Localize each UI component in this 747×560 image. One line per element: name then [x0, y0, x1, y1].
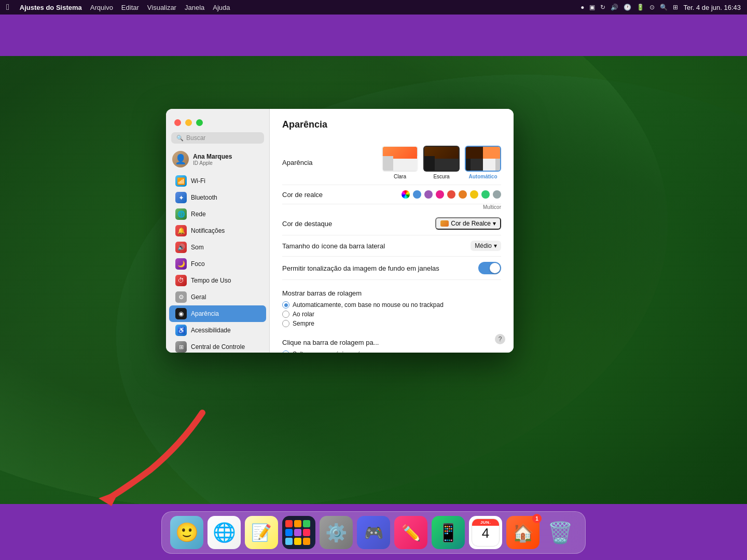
user-info: Ana Marques ID Apple — [193, 153, 232, 166]
sidebar-item-accessibility[interactable]: ♿ Acessibilidade — [169, 322, 266, 339]
main-content: Aparência Aparência Clara — [270, 109, 514, 353]
dock-calendar[interactable]: JUN. 4 — [469, 516, 502, 549]
scrollbars-always-radio[interactable] — [282, 320, 289, 327]
dock-whatsapp[interactable]: 📱 — [432, 516, 465, 549]
scroll-click-section: Clique na barra de rolagem pa... Saltar … — [282, 329, 501, 353]
appearance-label: Aparência — [282, 159, 313, 166]
dock-home[interactable]: 🏠 1 — [506, 516, 540, 549]
color-purple[interactable] — [424, 190, 433, 199]
sidebar-item-wifi[interactable]: 📶 Wi-Fi — [169, 173, 266, 189]
dock: 🙂 🌐 📝 ⚙️ 🎮 ✏️ — [161, 511, 586, 554]
sidebar: 🔍 Buscar 👤 Ana Marques ID Apple 📶 Wi-Fi … — [166, 109, 270, 353]
appearance-automatico[interactable]: Automático — [465, 146, 501, 179]
battery-menubar-icon: 🔋 — [637, 4, 644, 11]
color-red[interactable] — [447, 190, 455, 199]
accent-color-label: Cor de realce — [282, 191, 323, 199]
dock-notes[interactable]: 📝 — [245, 516, 278, 549]
control-icon: ⊞ — [175, 341, 187, 353]
highlight-color-swatch — [440, 220, 449, 227]
apple-logo-icon[interactable]:  — [6, 3, 9, 12]
sidebar-item-appearance[interactable]: ◉ Aparência — [169, 305, 266, 322]
sidebar-item-sound[interactable]: 🔊 Som — [169, 239, 266, 256]
sidebar-item-network[interactable]: 🌐 Rede — [169, 206, 266, 222]
volume-menubar-icon[interactable]: 🔊 — [611, 4, 618, 11]
clara-thumbnail — [382, 146, 418, 172]
color-blue[interactable] — [413, 190, 421, 199]
network-icon: 🌐 — [175, 208, 187, 220]
scrollbars-scroll[interactable]: Ao rolar — [282, 311, 501, 318]
accent-color-value — [402, 190, 501, 199]
color-green[interactable] — [481, 190, 490, 199]
menubar-menu-arquivo[interactable]: Arquivo — [90, 4, 113, 11]
highlight-color-button[interactable]: Cor de Realce ▾ — [435, 217, 501, 230]
calendar-widget: JUN. 4 — [472, 519, 500, 547]
control-menubar-icon[interactable]: ⊞ — [673, 4, 678, 11]
appearance-clara[interactable]: Clara — [382, 146, 418, 179]
content-title: Aparência — [282, 119, 501, 130]
svg-rect-1 — [285, 520, 293, 527]
icon-size-text: Médio — [475, 242, 492, 249]
dock-craft[interactable]: ✏️ — [394, 516, 427, 549]
menubar-app-title[interactable]: Ajustes do Sistema — [20, 4, 82, 11]
sidebar-label-notifications: Notificações — [191, 227, 225, 234]
svg-rect-6 — [303, 529, 310, 536]
trash-icon: 🗑️ — [547, 521, 573, 545]
multicolor-sublabel: Multicor — [282, 204, 501, 212]
color-yellow[interactable] — [470, 190, 478, 199]
dock-finder[interactable]: 🙂 — [170, 516, 203, 549]
system-preferences-window: 🔍 Buscar 👤 Ana Marques ID Apple 📶 Wi-Fi … — [166, 109, 514, 353]
scroll-click-label: Clique na barra de rolagem pa... — [282, 333, 501, 348]
whatsapp-icon: 📱 — [437, 522, 459, 543]
scroll-click-next[interactable]: Saltar para a próxima pá... — [282, 351, 501, 353]
dock-launchpad[interactable] — [282, 516, 315, 549]
scrollbars-auto[interactable]: Automaticamente, com base no mouse ou no… — [282, 301, 501, 309]
icon-size-label: Tamanho do ícone da barra lateral — [282, 242, 385, 250]
scrollbars-scroll-radio[interactable] — [282, 311, 289, 318]
menubar-menu-ajuda[interactable]: Ajuda — [213, 4, 230, 11]
sidebar-item-control[interactable]: ⊞ Central de Controle — [169, 339, 266, 353]
svg-rect-2 — [294, 520, 301, 527]
notes-icon: 📝 — [251, 523, 272, 542]
sidebar-user-profile[interactable]: 👤 Ana Marques ID Apple — [166, 148, 269, 171]
scrollbars-auto-label: Automaticamente, com base no mouse ou no… — [293, 301, 444, 309]
sidebar-label-network: Rede — [191, 211, 206, 218]
menubar-menu-visualizar[interactable]: Visualizar — [147, 4, 176, 11]
menubar-menu-editar[interactable]: Editar — [121, 4, 139, 11]
sidebar-label-sound: Som — [191, 244, 204, 251]
scrollbars-auto-radio[interactable] — [282, 301, 289, 309]
scroll-click-next-radio[interactable] — [282, 351, 289, 353]
color-pink[interactable] — [436, 190, 444, 199]
scrollbars-always-label: Sempre — [293, 320, 314, 327]
wallpaper-tinting-toggle[interactable] — [478, 262, 501, 274]
icon-size-button[interactable]: Médio ▾ — [471, 241, 501, 251]
search-menubar-icon[interactable]: 🔍 — [660, 4, 668, 11]
dock-discord[interactable]: 🎮 — [357, 516, 390, 549]
appearance-options: Clara Escura — [382, 146, 501, 179]
icon-size-row: Tamanho do ícone da barra lateral Médio … — [282, 235, 501, 257]
general-icon: ⚙ — [175, 291, 187, 303]
sidebar-item-screentime[interactable]: ⏱ Tempo de Uso — [169, 272, 266, 289]
minimize-button[interactable] — [185, 119, 192, 126]
maximize-button[interactable] — [196, 119, 203, 126]
close-button[interactable] — [174, 119, 181, 126]
scrollbars-always[interactable]: Sempre — [282, 320, 501, 327]
svg-rect-8 — [294, 538, 301, 545]
highlight-color-row: Cor de destaque Cor de Realce ▾ — [282, 212, 501, 235]
search-box[interactable]: 🔍 Buscar — [171, 132, 264, 144]
help-button[interactable]: ? — [495, 334, 505, 344]
menubar-menu-janela[interactable]: Janela — [185, 4, 204, 11]
highlight-color-text: Cor de Realce — [451, 220, 491, 227]
sidebar-item-focus[interactable]: 🌙 Foco — [169, 256, 266, 272]
sidebar-item-notifications[interactable]: 🔔 Notificações — [169, 222, 266, 239]
dock-settings[interactable]: ⚙️ — [320, 516, 353, 549]
appearance-escura[interactable]: Escura — [423, 146, 460, 179]
dock-chrome[interactable]: 🌐 — [208, 516, 241, 549]
color-orange[interactable] — [459, 190, 467, 199]
craft-icon: ✏️ — [402, 524, 421, 542]
color-graphite[interactable] — [493, 190, 501, 199]
sidebar-item-general[interactable]: ⚙ Geral — [169, 289, 266, 305]
color-multicolor[interactable] — [402, 190, 410, 199]
settings-icon: ⚙️ — [325, 522, 347, 543]
dock-trash[interactable]: 🗑️ — [544, 516, 577, 549]
sidebar-item-bluetooth[interactable]: ✦ Bluetooth — [169, 189, 266, 206]
